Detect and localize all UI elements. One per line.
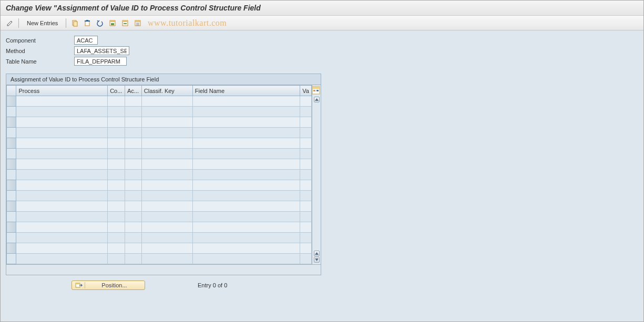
table-row[interactable] <box>7 107 312 117</box>
cell-co[interactable] <box>108 159 125 170</box>
scroll-up-bottom-icon[interactable] <box>314 251 320 256</box>
col-ac-header[interactable]: Ac... <box>125 86 142 96</box>
cell-classif[interactable] <box>141 212 192 222</box>
row-selector[interactable] <box>7 170 16 180</box>
cell-classif[interactable] <box>141 201 192 212</box>
cell-co[interactable] <box>108 138 125 149</box>
cell-classif[interactable] <box>141 149 192 159</box>
cell-va[interactable] <box>300 254 312 264</box>
tablename-field[interactable] <box>74 57 127 66</box>
cell-co[interactable] <box>108 212 125 222</box>
cell-ac[interactable] <box>125 233 142 243</box>
table-settings-icon[interactable] <box>312 86 320 95</box>
cell-ac[interactable] <box>125 180 142 191</box>
table-row[interactable] <box>7 243 312 254</box>
scroll-up-icon[interactable] <box>314 97 320 102</box>
cell-va[interactable] <box>300 138 312 149</box>
row-selector[interactable] <box>7 128 16 138</box>
vertical-scrollbar[interactable] <box>312 85 321 264</box>
cell-ac[interactable] <box>125 201 142 212</box>
scroll-down-icon[interactable] <box>314 257 320 263</box>
cell-co[interactable] <box>108 128 125 138</box>
cell-ac[interactable] <box>125 191 142 201</box>
cell-va[interactable] <box>300 149 312 159</box>
col-va-header[interactable]: Va <box>300 86 312 96</box>
row-selector[interactable] <box>7 212 16 222</box>
cell-ac[interactable] <box>125 149 142 159</box>
col-process-header[interactable]: Process <box>16 86 108 96</box>
cell-classif[interactable] <box>141 159 192 170</box>
cell-va[interactable] <box>300 170 312 180</box>
delete-icon[interactable] <box>82 18 93 28</box>
cell-fieldname[interactable] <box>192 243 300 254</box>
table-row[interactable] <box>7 191 312 201</box>
cell-process[interactable] <box>16 96 108 107</box>
cell-classif[interactable] <box>141 243 192 254</box>
cell-co[interactable] <box>108 222 125 233</box>
cell-fieldname[interactable] <box>192 138 300 149</box>
cell-ac[interactable] <box>125 138 142 149</box>
row-selector[interactable] <box>7 159 16 170</box>
cell-fieldname[interactable] <box>192 254 300 264</box>
cell-ac[interactable] <box>125 128 142 138</box>
cell-co[interactable] <box>108 107 125 117</box>
cell-va[interactable] <box>300 107 312 117</box>
method-field[interactable] <box>74 46 129 55</box>
row-selector[interactable] <box>7 180 16 191</box>
table-row[interactable] <box>7 149 312 159</box>
cell-process[interactable] <box>16 159 108 170</box>
copy-icon[interactable] <box>69 18 80 28</box>
cell-classif[interactable] <box>141 138 192 149</box>
cell-fieldname[interactable] <box>192 149 300 159</box>
table-row[interactable] <box>7 138 312 149</box>
row-selector[interactable] <box>7 96 16 107</box>
cell-co[interactable] <box>108 191 125 201</box>
cell-co[interactable] <box>108 117 125 128</box>
table-row[interactable] <box>7 128 312 138</box>
component-field[interactable] <box>74 36 98 45</box>
col-classif-header[interactable]: Classif. Key <box>141 86 192 96</box>
cell-fieldname[interactable] <box>192 212 300 222</box>
table-row[interactable] <box>7 117 312 128</box>
cell-process[interactable] <box>16 107 108 117</box>
cell-ac[interactable] <box>125 117 142 128</box>
cell-fieldname[interactable] <box>192 191 300 201</box>
cell-ac[interactable] <box>125 96 142 107</box>
row-selector[interactable] <box>7 107 16 117</box>
cell-fieldname[interactable] <box>192 222 300 233</box>
cell-co[interactable] <box>108 233 125 243</box>
row-selector[interactable] <box>7 201 16 212</box>
cell-co[interactable] <box>108 201 125 212</box>
table-row[interactable] <box>7 96 312 107</box>
row-selector[interactable] <box>7 254 16 264</box>
cell-va[interactable] <box>300 212 312 222</box>
new-entries-button[interactable]: New Entries <box>22 18 63 28</box>
cell-va[interactable] <box>300 222 312 233</box>
cell-classif[interactable] <box>141 117 192 128</box>
cell-classif[interactable] <box>141 96 192 107</box>
row-selector[interactable] <box>7 233 16 243</box>
cell-ac[interactable] <box>125 170 142 180</box>
cell-co[interactable] <box>108 254 125 264</box>
cell-process[interactable] <box>16 222 108 233</box>
cell-classif[interactable] <box>141 233 192 243</box>
table-row[interactable] <box>7 212 312 222</box>
cell-ac[interactable] <box>125 212 142 222</box>
cell-fieldname[interactable] <box>192 201 300 212</box>
cell-va[interactable] <box>300 180 312 191</box>
cell-process[interactable] <box>16 138 108 149</box>
col-fieldname-header[interactable]: Field Name <box>192 86 300 96</box>
cell-ac[interactable] <box>125 254 142 264</box>
cell-va[interactable] <box>300 243 312 254</box>
cell-co[interactable] <box>108 243 125 254</box>
cell-process[interactable] <box>16 117 108 128</box>
deselect-all-icon[interactable] <box>132 18 143 28</box>
toggle-change-icon[interactable] <box>5 18 15 28</box>
cell-process[interactable] <box>16 212 108 222</box>
cell-classif[interactable] <box>141 107 192 117</box>
cell-co[interactable] <box>108 180 125 191</box>
cell-process[interactable] <box>16 233 108 243</box>
cell-ac[interactable] <box>125 222 142 233</box>
cell-process[interactable] <box>16 149 108 159</box>
table-row[interactable] <box>7 180 312 191</box>
